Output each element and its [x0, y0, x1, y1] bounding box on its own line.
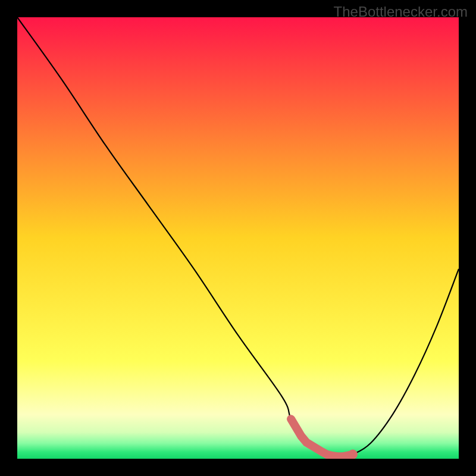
plot-area: [17, 17, 459, 459]
attribution-label: TheBottlenecker.com: [334, 4, 468, 20]
bottleneck-curve: [17, 17, 459, 459]
optimal-end-dot: [348, 450, 358, 459]
curve-path: [17, 17, 459, 457]
optimal-range-highlight: [291, 419, 353, 456]
